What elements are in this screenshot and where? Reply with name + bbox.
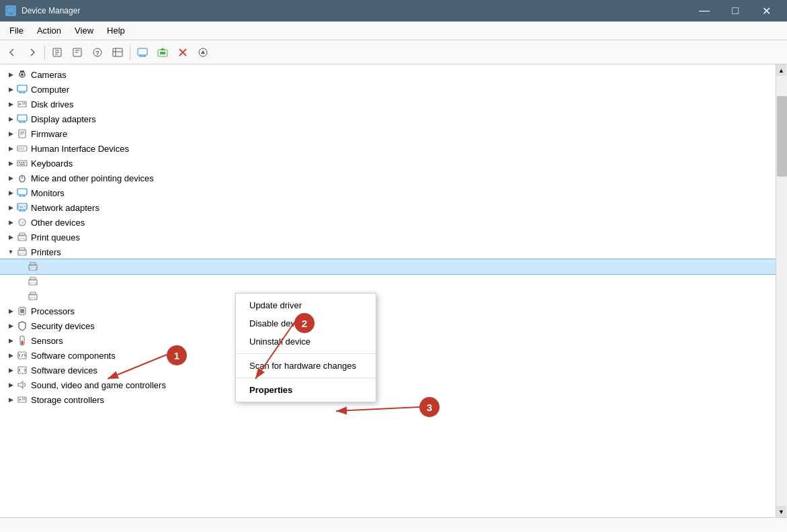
menu-action[interactable]: Action (30, 23, 68, 38)
svg-rect-90 (22, 341, 24, 345)
tree-item-printers[interactable]: ▼ Printers (0, 245, 776, 259)
maximize-button[interactable]: □ (720, 0, 751, 21)
tree-item-sw-components[interactable]: ▶ Software components (0, 348, 776, 363)
main-area: ▶ Cameras ▶ Computer ▶ Disk drives ▶ (0, 64, 787, 517)
chevron-disk: ▶ (5, 99, 16, 109)
tree-item-cameras[interactable]: ▶ Cameras (0, 67, 776, 82)
ctx-properties[interactable]: Properties (236, 381, 376, 399)
tree-item-disk[interactable]: ▶ Disk drives (0, 97, 776, 112)
scroll-up-button[interactable]: ▲ (776, 64, 786, 76)
scroll-down-button[interactable]: ▼ (776, 506, 786, 517)
forward-button[interactable] (23, 43, 42, 62)
minimize-button[interactable]: — (689, 0, 720, 21)
tree-item-printer-3[interactable] (0, 289, 776, 304)
svg-rect-28 (20, 71, 24, 73)
menu-file[interactable]: File (3, 23, 30, 38)
tree-item-printq[interactable]: ▶ Print queues (0, 230, 776, 245)
tree-item-firmware[interactable]: ▶ Firmware (0, 126, 776, 141)
tree-item-display[interactable]: ▶ Display adapters (0, 112, 776, 126)
svg-rect-2 (8, 14, 13, 15)
svg-rect-93 (18, 367, 26, 373)
tree-item-monitors[interactable]: ▶ Monitors (0, 185, 776, 200)
icon-display (16, 113, 28, 125)
chevron-hid: ▶ (5, 143, 16, 154)
icon-printer-2 (27, 275, 39, 287)
device-tree[interactable]: ▶ Cameras ▶ Computer ▶ Disk drives ▶ (0, 64, 776, 517)
tree-item-mice[interactable]: ▶ Mice and other pointing devices (0, 171, 776, 185)
window-controls[interactable]: — □ ✕ (689, 0, 782, 21)
icon-computer (16, 83, 28, 95)
label-sw-devices: Software devices (31, 365, 97, 375)
icon-printers (16, 246, 28, 258)
icon-printq (16, 231, 28, 243)
tree-item-other[interactable]: ▶ ? Other devices (0, 215, 776, 230)
update-driver-button[interactable] (153, 43, 172, 62)
details-button[interactable] (108, 43, 127, 62)
label-sw-components: Software components (31, 351, 116, 361)
tree-item-hid[interactable]: ▶ Human Interface Devices (0, 141, 776, 156)
tree-item-network[interactable]: ▶ NET Network adapters (0, 200, 776, 215)
icon-firmware (16, 128, 28, 140)
menu-help[interactable]: Help (100, 23, 132, 38)
tree-item-processors[interactable]: ▶ Processors (0, 304, 776, 318)
svg-line-92 (22, 354, 23, 357)
driver-button[interactable] (68, 43, 87, 62)
menu-bar: File Action View Help (0, 21, 787, 40)
svg-text:NET: NET (18, 205, 26, 209)
svg-rect-0 (7, 7, 15, 13)
app-icon (5, 5, 16, 16)
svg-rect-84 (20, 309, 24, 313)
label-hid: Human Interface Devices (31, 144, 129, 154)
ctx-scan-hardware[interactable]: Scan for hardware changes (236, 357, 376, 375)
chevron-firmware: ▶ (5, 128, 16, 139)
tree-item-sw-devices[interactable]: ▶ Software devices (0, 363, 776, 378)
svg-text:?: ? (95, 50, 99, 56)
svg-rect-53 (25, 162, 26, 163)
label-keyboards: Keyboards (31, 159, 73, 169)
toolbar: ? (0, 40, 787, 64)
tree-item-storage[interactable]: ▶ Storage controllers (0, 392, 776, 407)
ctx-update-driver[interactable]: Update driver (236, 296, 376, 314)
tree-item-sensors[interactable]: ▶ Sensors (0, 333, 776, 348)
menu-view[interactable]: View (68, 23, 100, 38)
chevron-sensors: ▶ (5, 335, 16, 346)
scrollbar-thumb[interactable] (777, 96, 787, 177)
ctx-uninstall-device[interactable]: Uninstall device (236, 332, 376, 351)
tree-item-computer[interactable]: ▶ Computer (0, 82, 776, 97)
tree-item-printer-2[interactable] (0, 274, 776, 289)
tree-item-keyboards[interactable]: ▶ Keyboards (0, 156, 776, 171)
tree-item-printer-1[interactable] (0, 259, 776, 274)
chevron-printq: ▶ (5, 232, 16, 242)
tree-item-sound[interactable]: ▶ Sound, video and game controllers (0, 378, 776, 392)
properties-button[interactable] (48, 43, 67, 62)
chevron-sound: ▶ (5, 380, 16, 390)
icon-sw-components (16, 349, 28, 361)
ctx-separator-1 (236, 353, 376, 354)
icon-printer-1 (27, 261, 39, 273)
ctx-separator-2 (236, 378, 376, 378)
svg-rect-50 (19, 162, 20, 163)
icon-security (16, 320, 28, 332)
window-title: Device Manager (22, 6, 80, 15)
icon-keyboards (16, 157, 28, 169)
back-button[interactable] (3, 43, 22, 62)
scrollbar[interactable]: ▲ ▼ (776, 64, 787, 517)
svg-rect-51 (21, 162, 22, 163)
close-button[interactable]: ✕ (751, 0, 782, 21)
chevron-processors: ▶ (5, 306, 16, 316)
toolbar-separator-1 (44, 45, 45, 60)
svg-marker-25 (201, 50, 205, 54)
monitor-button[interactable] (133, 43, 152, 62)
label-other: Other devices (31, 218, 85, 228)
label-computer: Computer (31, 85, 69, 95)
install-button[interactable] (194, 43, 212, 62)
ctx-disable-device[interactable]: Disable device (236, 314, 376, 332)
label-cameras: Cameras (31, 70, 67, 80)
label-display: Display adapters (31, 114, 96, 124)
help-button[interactable]: ? (88, 43, 107, 62)
tree-item-security[interactable]: ▶ Security devices (0, 318, 776, 333)
uninstall-button[interactable] (173, 43, 192, 62)
label-storage: Storage controllers (31, 395, 104, 405)
chevron-printers: ▼ (5, 247, 16, 257)
chevron-network: ▶ (5, 202, 16, 213)
